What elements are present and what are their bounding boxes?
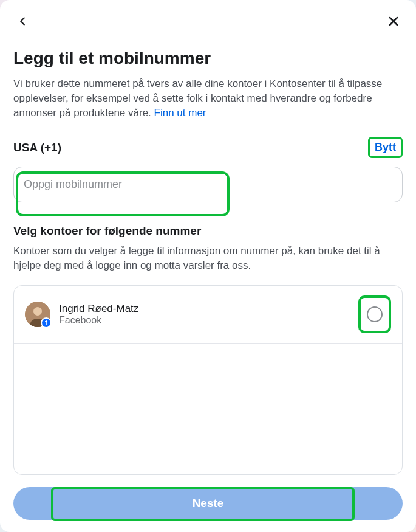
header-bar (13, 12, 403, 30)
learn-more-link[interactable]: Finn ut mer (154, 107, 206, 119)
facebook-badge-icon: f (41, 317, 52, 328)
country-label: USA (+1) (13, 141, 61, 154)
chevron-left-icon (16, 15, 29, 28)
accounts-list: f Ingrid Røed-Matz Facebook (13, 285, 403, 475)
country-row: USA (+1) Bytt (13, 137, 403, 158)
accounts-section-description: Kontoer som du velger å legge til inform… (13, 244, 403, 273)
account-row[interactable]: f Ingrid Røed-Matz Facebook (14, 286, 402, 344)
accounts-section-title: Velg kontoer for følgende nummer (13, 224, 403, 238)
account-radio[interactable] (367, 306, 383, 322)
page-description: Vi bruker dette nummeret på tvers av all… (13, 77, 403, 120)
page-title: Legg til et mobilnummer (13, 49, 403, 68)
next-button-wrap: Neste (13, 487, 403, 520)
account-platform: Facebook (59, 315, 358, 326)
account-info: Ingrid Røed-Matz Facebook (59, 303, 358, 326)
next-button[interactable]: Neste (13, 487, 403, 520)
avatar-wrap: f (25, 302, 50, 327)
account-name: Ingrid Røed-Matz (59, 303, 358, 315)
change-country-button[interactable]: Bytt (368, 137, 403, 158)
close-button[interactable] (384, 12, 403, 30)
phone-input[interactable] (13, 167, 403, 202)
back-button[interactable] (13, 12, 32, 30)
highlight-box (358, 295, 391, 333)
add-phone-dialog: Legg til et mobilnummer Vi bruker dette … (0, 0, 416, 532)
svg-point-3 (33, 307, 42, 316)
close-icon (386, 14, 401, 29)
